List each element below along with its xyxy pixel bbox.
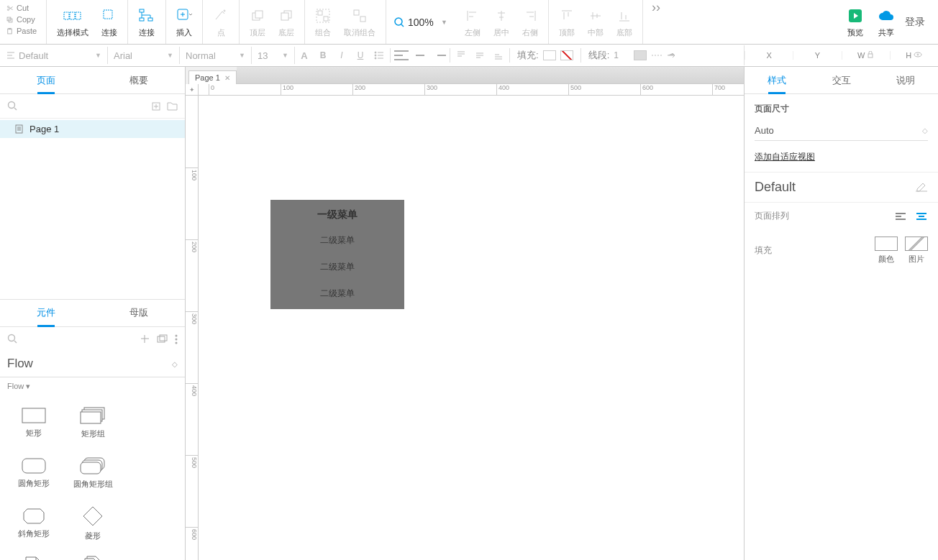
point-button[interactable]: 点 [209, 5, 233, 40]
valign-mid-button[interactable] [470, 47, 489, 64]
align-top-button[interactable]: 顶部 [555, 5, 579, 40]
paste-button[interactable]: Paste [0, 25, 46, 37]
tab-widgets[interactable]: 元件 [0, 300, 93, 326]
shape-round-rect[interactable]: 圆角矩形 [4, 449, 63, 499]
shape-diamond[interactable]: 菱形 [63, 499, 122, 549]
halign-center-button[interactable] [411, 47, 429, 64]
folder-icon[interactable] [167, 101, 178, 111]
shape-bevel[interactable]: 斜角矩形 [4, 499, 63, 549]
ungroup-icon [352, 9, 367, 23]
style-select[interactable]: Default▼ [0, 47, 108, 64]
ungroup-button[interactable]: 取消组合 [340, 5, 380, 40]
svg-rect-11 [140, 18, 144, 21]
cut-button[interactable]: Cut [0, 2, 46, 14]
align-center-button[interactable]: 居中 [489, 5, 514, 40]
halign-left-button[interactable] [392, 47, 411, 64]
library-select[interactable]: Flow◇ [0, 352, 185, 377]
share-button[interactable]: 共享 [873, 5, 899, 40]
line-style-icon [651, 52, 662, 59]
weight-select[interactable]: Normal▼ [180, 47, 252, 64]
page-icon [14, 124, 24, 134]
bullets-button[interactable] [370, 47, 388, 64]
more-icon[interactable] [175, 334, 178, 344]
shape-file[interactable]: 文件 [4, 549, 63, 561]
italic-button[interactable]: I [332, 47, 351, 64]
zoom-input[interactable] [408, 17, 438, 28]
fill-control[interactable]: 填充: [511, 47, 579, 64]
line-width-input[interactable] [614, 50, 629, 60]
copy-button[interactable]: Copy [0, 14, 46, 25]
svg-rect-36 [158, 336, 165, 342]
svg-rect-16 [255, 11, 263, 18]
insert-button[interactable]: 插入 [172, 5, 196, 40]
fill-color-button[interactable] [875, 237, 898, 251]
text-color-button[interactable]: A [295, 47, 314, 64]
align-middle-button[interactable]: 中部 [583, 5, 608, 40]
pos-x[interactable]: X [745, 51, 793, 60]
align-left-button[interactable]: 左侧 [460, 5, 485, 40]
pos-w[interactable]: W [842, 51, 890, 60]
group-button[interactable]: 组合 [311, 5, 335, 40]
fill-image-button[interactable] [905, 237, 928, 251]
page-size-select[interactable]: Auto◇ [755, 121, 928, 141]
canvas[interactable]: 一级菜单 二级菜单 二级菜单 二级菜单 [199, 96, 744, 560]
bold-button[interactable]: B [314, 47, 332, 64]
edit-icon[interactable] [915, 183, 928, 193]
svg-rect-44 [81, 412, 101, 423]
size-select[interactable]: 13▼ [252, 47, 295, 64]
line-control[interactable]: 线段: [583, 47, 685, 64]
login-button[interactable]: 登录 [905, 16, 925, 29]
shape-file-group[interactable]: 文件组 [63, 549, 122, 561]
tab-masters[interactable]: 母版 [93, 300, 186, 326]
align-bottom-button[interactable]: 底部 [612, 5, 637, 40]
tab-style[interactable]: 样式 [745, 67, 809, 93]
insert-flow-button[interactable]: 连接 [134, 5, 160, 40]
copy-icon [6, 16, 14, 24]
svg-point-24 [395, 18, 402, 25]
front-button[interactable]: 顶层 [245, 5, 270, 40]
page-item[interactable]: Page 1 [0, 120, 185, 138]
align-center-icon [495, 9, 508, 22]
valign-bot-button[interactable] [489, 47, 508, 64]
align-right-button[interactable]: 右侧 [518, 5, 542, 40]
toolbar-overflow-button[interactable]: ›› [643, 0, 665, 44]
page-size-label: 页面尺寸 [755, 103, 928, 115]
library-icon[interactable] [157, 334, 168, 344]
underline-button[interactable]: U [351, 47, 370, 64]
connect-button[interactable]: 连接 [97, 5, 122, 40]
select-mode-button[interactable]: 选择模式 [53, 5, 93, 40]
library-category[interactable]: Flow ▾ [0, 377, 185, 395]
valign-top-icon [456, 50, 466, 60]
tab-notes[interactable]: 说明 [873, 67, 938, 93]
close-icon[interactable]: ✕ [224, 74, 230, 82]
preview-button[interactable]: 预览 [843, 5, 868, 40]
layout-center-icon[interactable] [915, 211, 928, 221]
add-page-icon[interactable] [151, 101, 161, 111]
align-middle-icon [589, 9, 602, 22]
tab-pages[interactable]: 页面 [0, 67, 93, 93]
back-button[interactable]: 底层 [274, 5, 299, 40]
pos-h[interactable]: H [890, 51, 938, 60]
layout-left-icon[interactable] [895, 211, 908, 221]
zoom-control[interactable]: ▼ [386, 0, 455, 44]
group-icon [316, 9, 330, 23]
tab-outline[interactable]: 概要 [93, 67, 186, 93]
tab-interact[interactable]: 交互 [809, 67, 874, 93]
page-tab[interactable]: Page 1✕ [188, 70, 237, 84]
canvas-area: Page 1✕ ✦ 0100200300400500600700 1002003… [186, 67, 744, 560]
svg-point-14 [224, 10, 225, 12]
ruler-horizontal: ✦ 0100200300400500600700 [186, 84, 744, 96]
plus-icon[interactable] [140, 334, 150, 344]
valign-top-button[interactable] [452, 47, 470, 64]
font-select[interactable]: Arial▼ [108, 47, 180, 64]
add-adaptive-view-link[interactable]: 添加自适应视图 [755, 151, 928, 163]
shape-rect-group[interactable]: 矩形组 [63, 398, 122, 449]
halign-right-button[interactable] [429, 47, 448, 64]
shape-round-rect-group[interactable]: 圆角矩形组 [63, 449, 122, 499]
pos-y[interactable]: Y [793, 51, 841, 60]
shape-rect[interactable]: 矩形 [4, 398, 63, 449]
front-icon [250, 9, 265, 23]
menu-shape[interactable]: 一级菜单 二级菜单 二级菜单 二级菜单 [270, 200, 404, 309]
svg-point-27 [375, 55, 376, 56]
eye-icon [914, 51, 922, 58]
